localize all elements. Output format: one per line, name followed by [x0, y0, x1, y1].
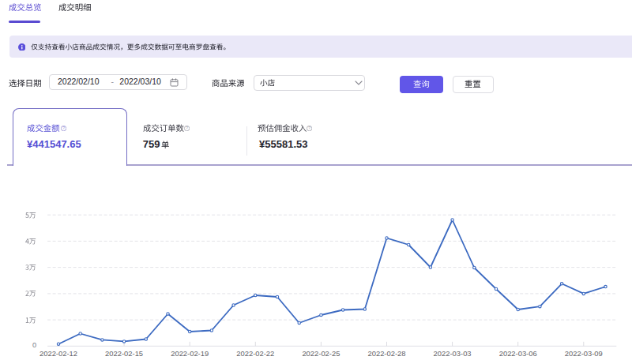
svg-text:2022-02-25: 2022-02-25	[302, 349, 340, 358]
svg-text:2022-03-09: 2022-03-09	[565, 349, 603, 358]
svg-text:2022-03-06: 2022-03-06	[499, 349, 537, 358]
svg-text:2022-02-15: 2022-02-15	[105, 349, 143, 358]
svg-text:2022-02-28: 2022-02-28	[368, 349, 406, 358]
svg-text:2022-03-03: 2022-03-03	[434, 349, 472, 358]
svg-text:2022-02-19: 2022-02-19	[171, 349, 209, 358]
svg-text:2022-02-12: 2022-02-12	[40, 349, 77, 358]
svg-text:2022-02-22: 2022-02-22	[236, 349, 274, 358]
